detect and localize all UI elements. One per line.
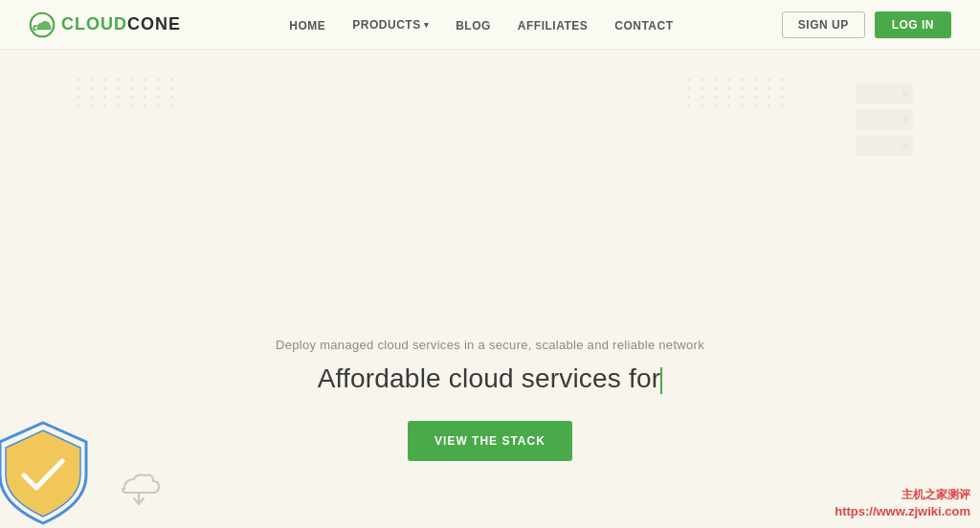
watermark: 主机之家测评 https://www.zjwiki.com bbox=[835, 487, 970, 520]
text-cursor bbox=[660, 367, 662, 394]
svg-point-5 bbox=[902, 117, 908, 122]
hero-content: Deploy managed cloud services in a secur… bbox=[276, 338, 704, 461]
chevron-down-icon: ▾ bbox=[424, 20, 430, 30]
svg-point-6 bbox=[902, 143, 908, 148]
decorative-shield bbox=[0, 413, 105, 528]
nav-item-contact[interactable]: CONTACT bbox=[614, 16, 673, 33]
view-stack-button[interactable]: VIEW THE STACK bbox=[408, 421, 572, 461]
hero-subtitle: Deploy managed cloud services in a secur… bbox=[276, 338, 704, 352]
nav-buttons: SIGN UP LOG IN bbox=[782, 11, 951, 38]
decorative-dots-right bbox=[687, 78, 789, 107]
navbar: CLOUDCONE HOME PRODUCTS ▾ BLOG AFFILIATE… bbox=[0, 0, 980, 50]
cloudcone-logo-icon bbox=[29, 11, 56, 38]
decorative-dots-left bbox=[77, 78, 178, 107]
nav-item-affiliates[interactable]: AFFILIATES bbox=[518, 16, 588, 33]
decorative-cloud bbox=[105, 452, 172, 509]
nav-item-home[interactable]: HOME bbox=[289, 16, 325, 33]
logo[interactable]: CLOUDCONE bbox=[29, 11, 181, 38]
nav-links: HOME PRODUCTS ▾ BLOG AFFILIATES CONTACT bbox=[289, 16, 673, 33]
nav-item-blog[interactable]: BLOG bbox=[456, 16, 491, 33]
hero-section: Deploy managed cloud services in a secur… bbox=[0, 50, 980, 528]
logo-text: CLOUDCONE bbox=[61, 14, 181, 34]
svg-point-4 bbox=[902, 91, 908, 97]
hero-title: Affordable cloud services for bbox=[318, 363, 663, 394]
nav-item-products[interactable]: PRODUCTS ▾ bbox=[352, 18, 429, 32]
decorative-server bbox=[846, 78, 923, 197]
signup-button[interactable]: SIGN UP bbox=[782, 11, 865, 38]
login-button[interactable]: LOG IN bbox=[875, 11, 951, 38]
